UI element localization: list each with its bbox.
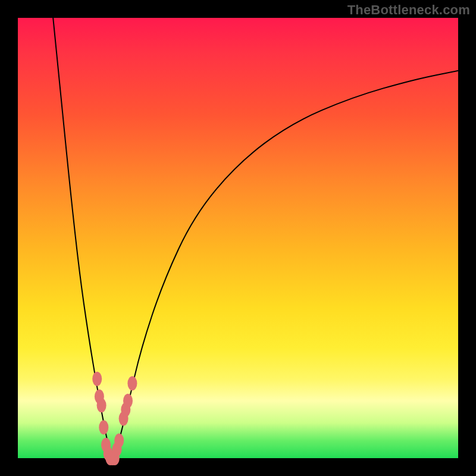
curve-left: [53, 18, 112, 458]
data-marker: [97, 398, 107, 412]
data-marker: [127, 376, 137, 390]
data-marker: [123, 394, 133, 408]
chart-svg: [18, 18, 458, 458]
data-marker: [92, 372, 102, 386]
marker-group: [92, 372, 137, 465]
data-marker: [114, 433, 124, 447]
curve-right: [115, 71, 458, 458]
data-marker: [99, 420, 108, 434]
watermark-text: TheBottleneck.com: [347, 2, 470, 18]
chart-frame: TheBottleneck.com: [0, 0, 476, 476]
